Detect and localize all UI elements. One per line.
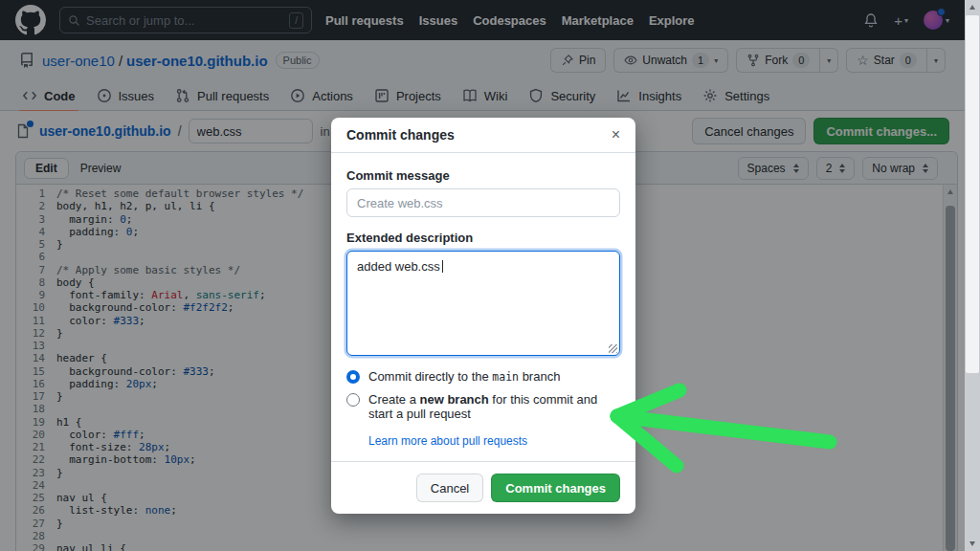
page-scrollbar-thumb[interactable] [966,15,979,373]
radio-create-branch[interactable]: Create a new branch for this commit and … [346,392,620,421]
resize-handle[interactable] [609,344,617,353]
radio-unselected-icon [346,393,360,407]
branch-name: main [492,370,519,384]
extended-description-label: Extended description [346,231,620,245]
description-text: added web.css [357,259,440,274]
extended-description-textarea[interactable]: added web.css [346,251,620,356]
cancel-button[interactable]: Cancel [416,474,483,502]
commit-message-input[interactable] [346,188,620,217]
radio-selected-icon [346,370,360,384]
page-scrollbar[interactable] [965,0,980,551]
learn-more-link[interactable]: Learn more about pull requests [368,434,620,448]
commit-changes-dialog: Commit changes × Commit message Extended… [331,118,635,514]
close-icon[interactable]: × [612,127,620,143]
scroll-up-icon [969,5,975,10]
radio-commit-direct[interactable]: Commit directly to the main branch [346,369,620,384]
commit-changes-button[interactable]: Commit changes [491,474,620,502]
commit-message-label: Commit message [346,168,620,183]
dialog-title: Commit changes [346,127,455,143]
text-cursor [442,260,443,273]
scroll-down-icon [969,541,975,546]
